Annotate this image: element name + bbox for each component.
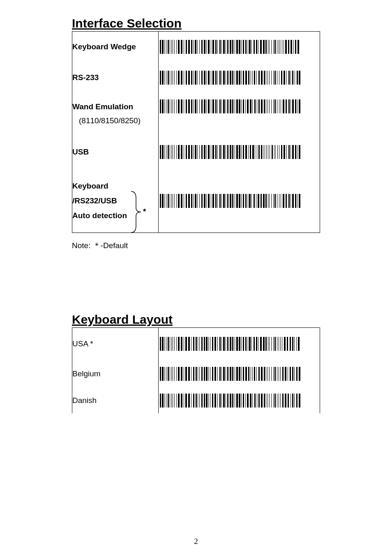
svg-rect-368 (239, 337, 240, 351)
svg-rect-97 (226, 71, 226, 85)
svg-rect-126 (288, 71, 290, 85)
svg-rect-372 (248, 337, 248, 351)
svg-rect-157 (212, 99, 214, 113)
svg-rect-377 (258, 337, 258, 351)
svg-rect-112 (258, 71, 260, 85)
svg-rect-111 (256, 71, 257, 85)
svg-rect-391 (287, 337, 288, 351)
svg-rect-460 (294, 367, 295, 381)
svg-rect-174 (250, 99, 251, 113)
svg-rect-225 (217, 145, 218, 159)
svg-rect-389 (282, 337, 282, 351)
svg-rect-15 (191, 40, 192, 54)
svg-rect-463 (160, 394, 161, 408)
svg-rect-140 (174, 99, 175, 113)
svg-rect-214 (193, 145, 194, 159)
svg-rect-359 (219, 337, 221, 351)
svg-rect-150 (197, 99, 198, 113)
row-keyboard-wedge-label: Keyboard Wedge (72, 42, 136, 51)
svg-rect-98 (227, 71, 228, 85)
svg-rect-501 (241, 394, 242, 408)
svg-rect-498 (235, 394, 235, 408)
barcode-icon (159, 194, 307, 208)
svg-rect-36 (236, 40, 238, 54)
svg-rect-148 (193, 99, 194, 113)
svg-rect-204 (171, 145, 172, 159)
svg-rect-50 (268, 40, 268, 54)
svg-rect-48 (263, 40, 265, 54)
svg-rect-280 (191, 194, 192, 208)
svg-rect-392 (290, 337, 291, 351)
barcode-belgium (159, 360, 320, 388)
svg-rect-141 (176, 99, 177, 113)
interface-table: Keyboard Wedge RS-233 Wand Emulation (81… (72, 31, 320, 233)
svg-rect-146 (188, 99, 190, 113)
svg-rect-25 (212, 40, 214, 54)
svg-rect-136 (168, 99, 169, 113)
svg-rect-92 (215, 71, 217, 85)
svg-rect-432 (235, 367, 235, 381)
note-default: Note: ＊-Default (72, 240, 320, 251)
curly-brace-icon (128, 191, 144, 233)
row-wand-label: Wand Emulation (72, 102, 158, 111)
svg-rect-221 (208, 145, 210, 159)
svg-rect-69 (166, 71, 166, 85)
barcode-icon (159, 337, 307, 351)
svg-rect-366 (235, 337, 235, 351)
svg-rect-390 (284, 337, 286, 351)
svg-rect-458 (290, 367, 291, 381)
svg-rect-65 (297, 40, 299, 54)
svg-rect-228 (223, 145, 225, 159)
svg-rect-266 (162, 194, 164, 208)
svg-rect-164 (227, 99, 228, 113)
svg-rect-348 (196, 337, 197, 351)
svg-rect-91 (212, 71, 214, 85)
svg-rect-169 (239, 99, 240, 113)
barcode-usb (159, 134, 320, 170)
svg-rect-442 (256, 367, 257, 381)
svg-rect-468 (170, 394, 170, 408)
barcode-danish (159, 388, 320, 413)
svg-rect-309 (254, 194, 255, 208)
svg-rect-261 (292, 145, 294, 159)
svg-rect-86 (201, 71, 203, 85)
svg-rect-356 (212, 337, 213, 351)
svg-rect-462 (299, 367, 300, 381)
svg-rect-418 (204, 367, 205, 381)
svg-rect-375 (254, 337, 255, 351)
svg-rect-305 (245, 194, 247, 208)
svg-rect-337 (171, 337, 172, 351)
svg-rect-517 (274, 394, 276, 408)
row-rs233-label: RS-233 (72, 73, 99, 82)
svg-rect-255 (279, 145, 279, 159)
svg-rect-35 (235, 40, 235, 54)
svg-rect-96 (223, 71, 225, 85)
svg-rect-234 (236, 145, 238, 159)
svg-rect-465 (164, 394, 165, 408)
svg-rect-209 (181, 145, 182, 159)
svg-rect-416 (199, 367, 200, 381)
svg-rect-54 (274, 40, 276, 54)
svg-rect-192 (288, 99, 290, 113)
svg-rect-180 (264, 99, 265, 113)
barcode-usa (159, 328, 320, 360)
svg-rect-102 (236, 71, 238, 85)
svg-rect-284 (199, 194, 200, 208)
svg-rect-500 (239, 394, 240, 408)
svg-rect-114 (264, 71, 265, 85)
svg-rect-474 (181, 394, 182, 408)
svg-rect-182 (267, 99, 268, 113)
svg-rect-118 (271, 71, 272, 85)
svg-rect-455 (282, 367, 284, 381)
svg-rect-31 (226, 40, 226, 54)
svg-rect-306 (248, 194, 248, 208)
svg-rect-290 (212, 194, 214, 208)
svg-rect-197 (299, 99, 300, 113)
svg-rect-231 (230, 145, 231, 159)
svg-rect-326 (291, 194, 291, 208)
svg-rect-137 (170, 99, 170, 113)
svg-rect-477 (188, 394, 190, 408)
svg-rect-262 (295, 145, 296, 159)
svg-rect-351 (201, 337, 203, 351)
svg-rect-365 (232, 337, 233, 351)
